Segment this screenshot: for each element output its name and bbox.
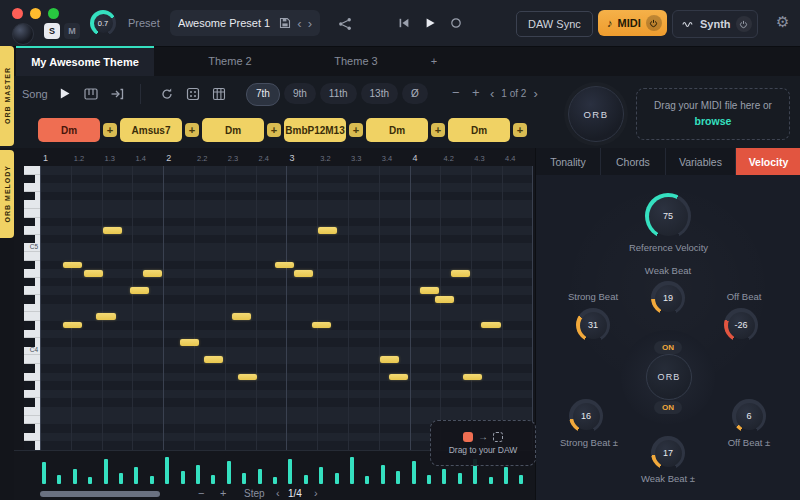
strong-beat-knob[interactable]: 31	[576, 308, 610, 342]
browse-link[interactable]: browse	[695, 114, 732, 129]
minimize-button[interactable]	[30, 8, 41, 19]
solo-button[interactable]: S	[44, 23, 60, 39]
chord-block[interactable]: BmbP12M13	[284, 118, 346, 142]
velocity-bar[interactable]	[335, 473, 339, 484]
midi-note[interactable]	[232, 313, 251, 320]
play-icon[interactable]	[424, 17, 436, 29]
on-badge-bottom[interactable]: ON	[654, 401, 682, 414]
horizontal-scrollbar[interactable]	[40, 491, 160, 497]
weak-beat-range-knob[interactable]: 17	[651, 436, 685, 470]
daw-sync-button[interactable]: DAW Sync	[516, 11, 593, 37]
extension-ø[interactable]: Ø	[402, 83, 428, 104]
velocity-bar[interactable]	[489, 477, 493, 484]
white-key[interactable]	[24, 209, 40, 218]
strong-beat-range-knob[interactable]: 16	[569, 399, 603, 433]
add-chord-button[interactable]: +	[103, 123, 117, 137]
midi-note[interactable]	[481, 322, 500, 329]
midi-note[interactable]	[143, 270, 162, 277]
loop-icon[interactable]	[160, 87, 174, 101]
white-key[interactable]	[24, 304, 40, 313]
tab-my-awesome-theme[interactable]: My Awesome Theme	[16, 46, 154, 76]
drag-to-daw-box[interactable]: → Drag to your DAW	[430, 420, 536, 466]
black-key[interactable]	[24, 192, 40, 201]
tab-tonality[interactable]: Tonality	[536, 148, 601, 175]
velocity-bar[interactable]	[181, 471, 185, 484]
white-key[interactable]	[24, 226, 40, 235]
midi-note[interactable]	[463, 374, 482, 381]
velocity-bar[interactable]	[273, 477, 277, 484]
midi-note[interactable]	[420, 287, 439, 294]
preset-prev-button[interactable]: ‹	[297, 17, 301, 30]
velocity-bar[interactable]	[150, 476, 154, 484]
extension-7th[interactable]: 7th	[246, 83, 280, 106]
midi-note[interactable]	[380, 356, 399, 363]
velocity-bar[interactable]	[227, 461, 231, 484]
tab-velocity[interactable]: Velocity	[736, 148, 800, 175]
black-key[interactable]	[24, 424, 40, 433]
routing-icon[interactable]	[338, 17, 352, 31]
midi-note[interactable]	[96, 313, 115, 320]
white-key[interactable]	[24, 252, 40, 261]
white-key[interactable]	[24, 166, 40, 175]
black-key[interactable]	[24, 398, 40, 407]
midi-note[interactable]	[389, 374, 408, 381]
midi-note[interactable]	[84, 270, 103, 277]
zoom-window-button[interactable]	[48, 8, 59, 19]
white-key[interactable]	[24, 355, 40, 364]
black-key[interactable]	[24, 364, 40, 373]
midi-note[interactable]	[275, 262, 294, 269]
midi-note[interactable]	[294, 270, 313, 277]
add-theme-button[interactable]: +	[420, 46, 448, 76]
zoom-in-button[interactable]: +	[472, 85, 480, 100]
black-key[interactable]	[24, 381, 40, 390]
piano-icon[interactable]	[84, 87, 98, 101]
velocity-bar[interactable]	[350, 457, 354, 484]
orb-button[interactable]: ORB	[568, 86, 624, 142]
midi-note[interactable]	[103, 227, 122, 234]
orb-master-side-tab[interactable]: ORB MASTER	[0, 46, 14, 146]
white-key[interactable]	[24, 183, 40, 192]
white-key[interactable]	[24, 373, 40, 382]
midi-toggle[interactable]: ♪ MIDI	[598, 10, 667, 36]
tab-chords[interactable]: Chords	[601, 148, 666, 175]
midi-note[interactable]	[130, 287, 149, 294]
white-key[interactable]	[24, 407, 40, 416]
velocity-bar[interactable]	[304, 475, 308, 484]
zoom-out-button[interactable]: −	[452, 85, 460, 100]
velocity-bar[interactable]	[242, 473, 246, 484]
add-chord-button[interactable]: +	[513, 123, 527, 137]
tab-theme-2[interactable]: Theme 2	[154, 46, 306, 76]
extension-13th[interactable]: 13th	[361, 83, 398, 104]
orb-center-button[interactable]: ORB	[646, 354, 692, 400]
on-badge-top[interactable]: ON	[654, 341, 682, 354]
velocity-bar[interactable]	[519, 475, 523, 484]
extension-9th[interactable]: 9th	[284, 83, 316, 104]
velocity-bar[interactable]	[458, 473, 462, 484]
add-chord-button[interactable]: +	[267, 123, 281, 137]
preset-next-button[interactable]: ›	[308, 17, 312, 30]
grid-icon[interactable]	[212, 87, 226, 101]
chord-block[interactable]: Amsus7	[120, 118, 182, 142]
export-arrow-icon[interactable]	[110, 87, 124, 101]
add-chord-button[interactable]: +	[349, 123, 363, 137]
page-prev-button[interactable]: ‹	[490, 87, 494, 100]
black-key[interactable]	[24, 278, 40, 287]
velocity-bar[interactable]	[134, 467, 138, 484]
ruler[interactable]: 11.21.31.422.22.32.433.23.33.444.24.34.4…	[40, 148, 535, 165]
extension-11th[interactable]: 11th	[320, 83, 357, 104]
chord-block[interactable]: Dm	[202, 118, 264, 142]
power-icon[interactable]	[736, 16, 752, 32]
velocity-bar[interactable]	[57, 475, 61, 484]
orb-melody-side-tab[interactable]: ORB MELODY	[0, 150, 14, 238]
preset-selector[interactable]: Awesome Preset 1 ‹ ›	[170, 10, 320, 36]
white-key[interactable]	[24, 269, 40, 278]
black-key[interactable]	[24, 321, 40, 330]
settings-gear-icon[interactable]: ⚙	[776, 13, 789, 31]
velocity-bar[interactable]	[165, 457, 169, 484]
velocity-bar[interactable]	[119, 473, 123, 484]
step-prev-button[interactable]: ‹	[276, 487, 280, 500]
power-icon[interactable]	[646, 15, 662, 31]
add-chord-button[interactable]: +	[185, 123, 199, 137]
velocity-bar[interactable]	[211, 475, 215, 484]
velocity-bar[interactable]	[427, 475, 431, 484]
